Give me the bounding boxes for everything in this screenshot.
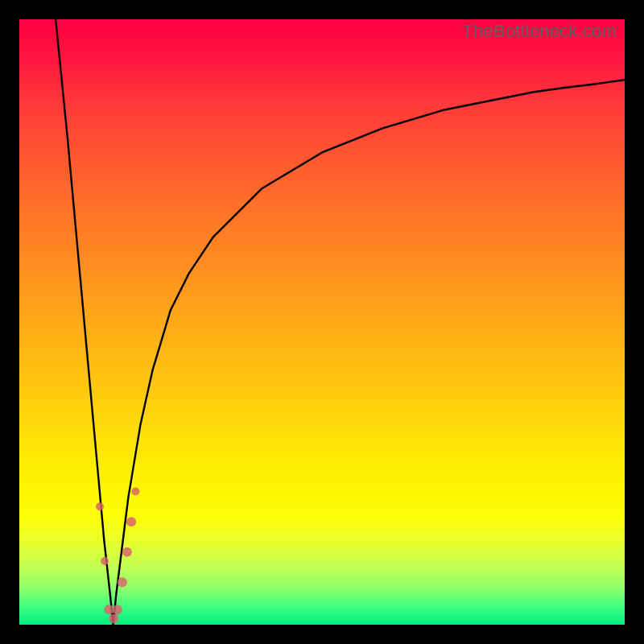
data-point xyxy=(101,557,109,565)
bottleneck-curve-svg xyxy=(19,19,625,625)
chart-frame: TheBottleneck.com xyxy=(0,0,644,644)
plot-area: TheBottleneck.com xyxy=(19,19,625,625)
data-point xyxy=(96,502,104,510)
data-point xyxy=(118,577,127,587)
data-point xyxy=(109,613,118,623)
watermark-text: TheBottleneck.com xyxy=(462,21,617,42)
data-point xyxy=(122,547,132,557)
data-point xyxy=(104,605,114,614)
data-point xyxy=(131,488,139,496)
bottleneck-curve-path xyxy=(56,19,625,625)
data-point xyxy=(113,605,122,614)
data-point xyxy=(126,517,136,526)
